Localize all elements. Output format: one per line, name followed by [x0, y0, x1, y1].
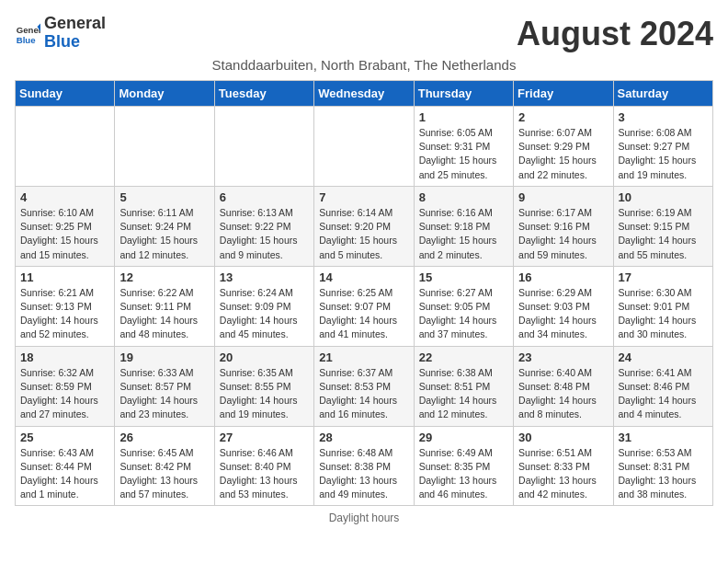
day-info: Sunrise: 6:17 AM Sunset: 9:16 PM Dayligh…: [518, 206, 608, 262]
day-info: Sunrise: 6:10 AM Sunset: 9:25 PM Dayligh…: [20, 206, 109, 262]
day-info: Sunrise: 6:32 AM Sunset: 8:59 PM Dayligh…: [20, 366, 109, 422]
calendar-header-cell: Friday: [514, 81, 613, 107]
logo-icon: General Blue: [15, 20, 40, 46]
day-number: 6: [220, 190, 309, 204]
day-number: 30: [518, 431, 608, 444]
day-info: Sunrise: 6:48 AM Sunset: 8:38 PM Dayligh…: [319, 446, 408, 502]
calendar-cell: 7Sunrise: 6:14 AM Sunset: 9:20 PM Daylig…: [314, 186, 414, 266]
calendar-cell: [214, 107, 313, 187]
day-info: Sunrise: 6:21 AM Sunset: 9:13 PM Dayligh…: [20, 286, 109, 342]
day-number: 26: [119, 431, 209, 444]
day-info: Sunrise: 6:41 AM Sunset: 8:46 PM Dayligh…: [619, 366, 708, 422]
day-number: 31: [619, 431, 708, 444]
calendar-cell: 6Sunrise: 6:13 AM Sunset: 9:22 PM Daylig…: [214, 186, 313, 266]
day-number: 10: [619, 190, 708, 204]
calendar-header-cell: Tuesday: [214, 81, 313, 107]
svg-text:Blue: Blue: [17, 34, 36, 44]
day-info: Sunrise: 6:19 AM Sunset: 9:15 PM Dayligh…: [619, 206, 708, 262]
day-info: Sunrise: 6:25 AM Sunset: 9:07 PM Dayligh…: [319, 286, 408, 342]
day-number: 12: [119, 270, 209, 284]
day-info: Sunrise: 6:16 AM Sunset: 9:18 PM Dayligh…: [419, 206, 508, 262]
calendar-cell: 24Sunrise: 6:41 AM Sunset: 8:46 PM Dayli…: [613, 346, 712, 426]
day-number: 19: [119, 350, 209, 364]
calendar-cell: 12Sunrise: 6:22 AM Sunset: 9:11 PM Dayli…: [115, 266, 214, 346]
calendar-cell: 17Sunrise: 6:30 AM Sunset: 9:01 PM Dayli…: [613, 266, 712, 346]
calendar-cell: 22Sunrise: 6:38 AM Sunset: 8:51 PM Dayli…: [414, 346, 513, 426]
day-info: Sunrise: 6:51 AM Sunset: 8:33 PM Dayligh…: [518, 446, 608, 502]
day-info: Sunrise: 6:38 AM Sunset: 8:51 PM Dayligh…: [419, 366, 508, 422]
month-title: August 2024: [517, 15, 713, 53]
day-number: 21: [319, 350, 408, 364]
calendar-cell: 16Sunrise: 6:29 AM Sunset: 9:03 PM Dayli…: [514, 266, 613, 346]
day-info: Sunrise: 6:22 AM Sunset: 9:11 PM Dayligh…: [119, 286, 209, 342]
calendar-week-row: 4Sunrise: 6:10 AM Sunset: 9:25 PM Daylig…: [16, 186, 713, 266]
day-number: 2: [518, 110, 608, 124]
day-number: 5: [119, 190, 209, 204]
calendar-header-cell: Thursday: [414, 81, 513, 107]
calendar-body: 1Sunrise: 6:05 AM Sunset: 9:31 PM Daylig…: [16, 107, 713, 506]
calendar-cell: 19Sunrise: 6:33 AM Sunset: 8:57 PM Dayli…: [115, 346, 214, 426]
day-info: Sunrise: 6:13 AM Sunset: 9:22 PM Dayligh…: [220, 206, 309, 262]
calendar-cell: 18Sunrise: 6:32 AM Sunset: 8:59 PM Dayli…: [16, 346, 115, 426]
day-info: Sunrise: 6:07 AM Sunset: 9:29 PM Dayligh…: [518, 126, 608, 182]
day-info: Sunrise: 6:30 AM Sunset: 9:01 PM Dayligh…: [619, 286, 708, 342]
calendar-cell: [115, 107, 214, 187]
day-number: 13: [220, 270, 309, 284]
calendar: SundayMondayTuesdayWednesdayThursdayFrid…: [15, 80, 713, 506]
day-number: 15: [419, 270, 508, 284]
calendar-cell: 10Sunrise: 6:19 AM Sunset: 9:15 PM Dayli…: [613, 186, 712, 266]
day-number: 29: [419, 431, 508, 444]
day-number: 20: [220, 350, 309, 364]
calendar-header-cell: Sunday: [16, 81, 115, 107]
calendar-header-row: SundayMondayTuesdayWednesdayThursdayFrid…: [16, 81, 713, 107]
day-info: Sunrise: 6:43 AM Sunset: 8:44 PM Dayligh…: [20, 446, 109, 502]
calendar-cell: 3Sunrise: 6:08 AM Sunset: 9:27 PM Daylig…: [613, 107, 712, 187]
svg-text:General: General: [17, 25, 40, 35]
day-number: 28: [319, 431, 408, 444]
calendar-cell: [314, 107, 414, 187]
calendar-week-row: 18Sunrise: 6:32 AM Sunset: 8:59 PM Dayli…: [16, 346, 713, 426]
calendar-cell: 20Sunrise: 6:35 AM Sunset: 8:55 PM Dayli…: [214, 346, 313, 426]
calendar-cell: [16, 107, 115, 187]
day-info: Sunrise: 6:29 AM Sunset: 9:03 PM Dayligh…: [518, 286, 608, 342]
calendar-cell: 25Sunrise: 6:43 AM Sunset: 8:44 PM Dayli…: [16, 426, 115, 506]
logo-general-text: General: [44, 14, 106, 32]
day-number: 11: [20, 270, 109, 284]
calendar-cell: 4Sunrise: 6:10 AM Sunset: 9:25 PM Daylig…: [16, 186, 115, 266]
day-number: 24: [619, 350, 708, 364]
calendar-header-cell: Monday: [115, 81, 214, 107]
calendar-cell: 23Sunrise: 6:40 AM Sunset: 8:48 PM Dayli…: [514, 346, 613, 426]
calendar-header-cell: Saturday: [613, 81, 712, 107]
day-number: 16: [518, 270, 608, 284]
day-info: Sunrise: 6:53 AM Sunset: 8:31 PM Dayligh…: [619, 446, 708, 502]
day-info: Sunrise: 6:33 AM Sunset: 8:57 PM Dayligh…: [119, 366, 209, 422]
calendar-cell: 28Sunrise: 6:48 AM Sunset: 8:38 PM Dayli…: [314, 426, 414, 506]
day-number: 8: [419, 190, 508, 204]
footer-note: Daylight hours: [15, 511, 713, 524]
day-number: 7: [319, 190, 408, 204]
day-number: 4: [20, 190, 109, 204]
calendar-cell: 26Sunrise: 6:45 AM Sunset: 8:42 PM Dayli…: [115, 426, 214, 506]
day-info: Sunrise: 6:08 AM Sunset: 9:27 PM Dayligh…: [619, 126, 708, 182]
day-info: Sunrise: 6:24 AM Sunset: 9:09 PM Dayligh…: [220, 286, 309, 342]
calendar-cell: 2Sunrise: 6:07 AM Sunset: 9:29 PM Daylig…: [514, 107, 613, 187]
day-info: Sunrise: 6:40 AM Sunset: 8:48 PM Dayligh…: [518, 366, 608, 422]
calendar-week-row: 1Sunrise: 6:05 AM Sunset: 9:31 PM Daylig…: [16, 107, 713, 187]
day-number: 22: [419, 350, 508, 364]
calendar-cell: 14Sunrise: 6:25 AM Sunset: 9:07 PM Dayli…: [314, 266, 414, 346]
calendar-cell: 1Sunrise: 6:05 AM Sunset: 9:31 PM Daylig…: [414, 107, 513, 187]
subtitle: Standdaarbuiten, North Brabant, The Neth…: [15, 57, 713, 73]
day-number: 17: [619, 270, 708, 284]
calendar-cell: 29Sunrise: 6:49 AM Sunset: 8:35 PM Dayli…: [414, 426, 513, 506]
calendar-cell: 30Sunrise: 6:51 AM Sunset: 8:33 PM Dayli…: [514, 426, 613, 506]
day-number: 14: [319, 270, 408, 284]
logo-blue-text: Blue: [44, 32, 80, 51]
day-info: Sunrise: 6:05 AM Sunset: 9:31 PM Dayligh…: [419, 126, 508, 182]
logo: General Blue General Blue: [15, 15, 106, 52]
calendar-week-row: 25Sunrise: 6:43 AM Sunset: 8:44 PM Dayli…: [16, 426, 713, 506]
day-info: Sunrise: 6:27 AM Sunset: 9:05 PM Dayligh…: [419, 286, 508, 342]
day-number: 25: [20, 431, 109, 444]
calendar-cell: 8Sunrise: 6:16 AM Sunset: 9:18 PM Daylig…: [414, 186, 513, 266]
day-info: Sunrise: 6:46 AM Sunset: 8:40 PM Dayligh…: [220, 446, 309, 502]
day-info: Sunrise: 6:45 AM Sunset: 8:42 PM Dayligh…: [119, 446, 209, 502]
